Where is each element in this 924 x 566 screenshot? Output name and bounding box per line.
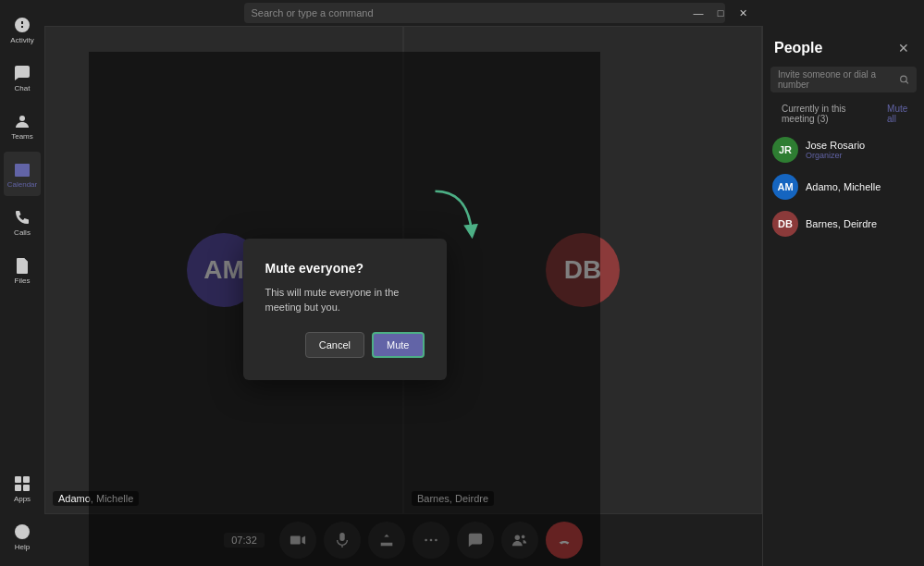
mute-dialog: Mute everyone? This will mute everyone i… — [243, 239, 447, 380]
arrow-pointer — [419, 183, 484, 248]
dialog-overlay: Mute everyone? This will mute everyone i… — [89, 52, 600, 566]
participant-row-deirdre[interactable]: DB Barnes, Deirdre — [763, 205, 924, 242]
dialog-actions: Cancel Mute — [265, 332, 425, 358]
dialog-body: This will mute everyone in the meeting b… — [265, 285, 425, 315]
sidebar-item-chat[interactable]: Chat — [4, 55, 41, 100]
minimize-button[interactable]: — — [688, 3, 708, 23]
search-box[interactable]: Search or type a command — [244, 3, 725, 23]
dialog-title: Mute everyone? — [265, 261, 425, 276]
sidebar-label-activity: Activity — [10, 36, 33, 44]
people-header: People ✕ — [763, 26, 924, 67]
svg-rect-5 — [23, 485, 30, 491]
participant-row-michelle[interactable]: AM Adamo, Michelle — [763, 168, 924, 205]
avatar-jose: JR — [772, 137, 798, 163]
sidebar-item-help[interactable]: Help — [4, 514, 41, 559]
close-button[interactable]: ✕ — [733, 3, 753, 23]
svg-rect-4 — [15, 485, 21, 491]
participant-name-jose: Jose Rosario — [806, 140, 915, 151]
mute-button[interactable]: Mute — [372, 332, 424, 358]
participant-row-jose[interactable]: JR Jose Rosario Organizer — [763, 131, 924, 168]
search-placeholder: Search or type a command — [252, 7, 374, 18]
window-controls: — □ ✕ — [688, 3, 753, 23]
participant-info-jose: Jose Rosario Organizer — [806, 140, 915, 160]
people-close-button[interactable]: ✕ — [894, 39, 913, 57]
participant-info-deirdre: Barnes, Deirdre — [806, 218, 915, 229]
sidebar-label-help: Help — [15, 543, 30, 551]
svg-rect-2 — [15, 476, 21, 483]
sidebar-item-calendar[interactable]: Calendar — [4, 152, 41, 196]
avatar-deirdre-panel: DB — [772, 211, 798, 237]
mute-all-button[interactable]: Mute all — [883, 102, 917, 126]
sidebar-item-files[interactable]: Files — [4, 248, 41, 292]
title-bar: Search or type a command — □ ✕ — [44, 0, 924, 26]
svg-rect-3 — [23, 476, 30, 483]
sidebar-label-chat: Chat — [15, 84, 31, 92]
avatar-michelle-panel: AM — [772, 174, 798, 200]
people-search[interactable]: Invite someone or dial a number — [770, 67, 917, 92]
people-title: People — [774, 40, 822, 56]
sidebar-label-teams: Teams — [11, 132, 33, 141]
sidebar-item-activity[interactable]: Activity — [4, 7, 41, 52]
svg-line-15 — [906, 81, 908, 84]
sidebar-item-calls[interactable]: Calls — [4, 200, 41, 244]
people-section-title: Currently in this meeting (3) — [770, 100, 883, 128]
search-icon — [899, 74, 909, 85]
sidebar-item-teams[interactable]: Teams — [4, 104, 41, 148]
participant-role-jose: Organizer — [806, 151, 915, 160]
sidebar-label-files: Files — [15, 277, 31, 285]
maximize-button[interactable]: □ — [710, 3, 731, 23]
participant-info-michelle: Adamo, Michelle — [806, 181, 915, 192]
sidebar-label-calls: Calls — [14, 228, 31, 237]
sidebar: Activity Chat Teams Calendar Calls Files… — [0, 0, 44, 566]
sidebar-label-calendar: Calendar — [7, 180, 37, 189]
cancel-button[interactable]: Cancel — [305, 332, 364, 358]
svg-point-0 — [19, 116, 25, 121]
sidebar-item-apps[interactable]: Apps — [4, 466, 41, 511]
svg-rect-1 — [15, 164, 30, 177]
people-panel: People ✕ Invite someone or dial a number… — [762, 26, 924, 566]
people-search-placeholder: Invite someone or dial a number — [778, 69, 899, 90]
participant-name-michelle: Adamo, Michelle — [806, 181, 915, 192]
main-area: AM Adamo, Michelle DB Barnes, Deirdre 07… — [44, 26, 762, 566]
sidebar-label-apps: Apps — [14, 495, 31, 503]
participant-name-deirdre: Barnes, Deirdre — [806, 218, 915, 229]
